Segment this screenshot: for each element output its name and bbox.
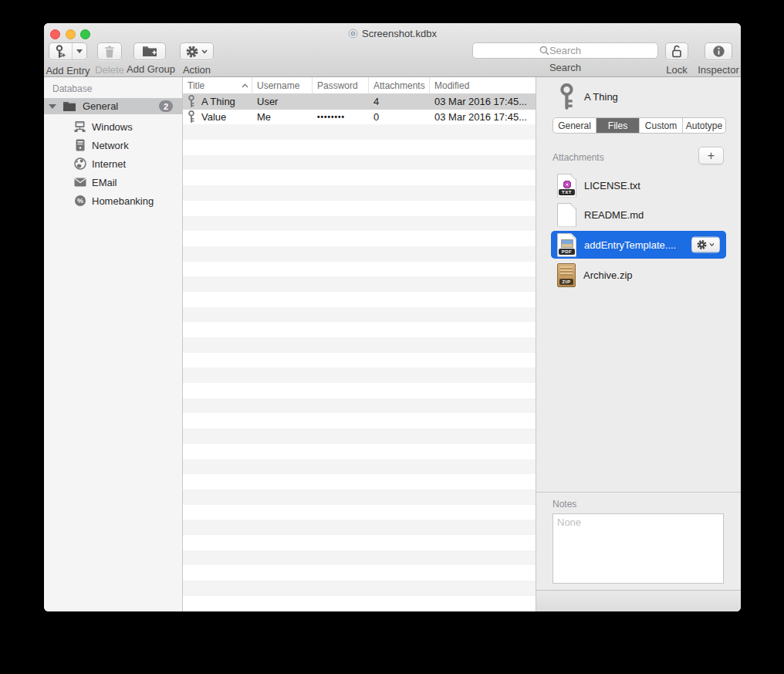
sidebar-item-homebanking[interactable]: % Homebanking — [44, 191, 182, 210]
attachment-row[interactable]: ZIP Archive.zip — [551, 260, 726, 290]
add-entry-button[interactable] — [49, 42, 87, 60]
table-row-empty[interactable] — [183, 474, 536, 489]
table-row-empty[interactable] — [183, 535, 536, 550]
table-row-empty[interactable] — [183, 367, 536, 383]
envelope-icon — [73, 178, 86, 187]
table-row-empty[interactable] — [183, 262, 536, 277]
notes-input[interactable] — [553, 513, 724, 584]
table-row-empty[interactable] — [183, 322, 536, 337]
delete-button[interactable] — [97, 42, 122, 60]
table-row-empty[interactable] — [183, 489, 536, 505]
action-label: Action — [178, 64, 215, 76]
table-row-empty[interactable] — [183, 140, 536, 155]
table-row-empty[interactable] — [183, 581, 536, 596]
tab-files[interactable]: Files — [596, 118, 640, 133]
sidebar-item-label: General — [83, 100, 118, 112]
window-body: Database General 2 — [44, 77, 741, 611]
column-header-attachments[interactable]: Attachments — [369, 77, 430, 93]
attachment-action-button[interactable] — [691, 237, 720, 253]
sidebar-item-windows[interactable]: Windows — [44, 117, 182, 136]
entry-attachments-count: 0 — [369, 111, 430, 123]
lock-label: Lock — [661, 64, 692, 76]
table-row-empty[interactable] — [183, 124, 536, 140]
sidebar-item-general[interactable]: General 2 — [44, 98, 182, 114]
table-row-empty[interactable] — [183, 276, 536, 292]
window-header: Screenshot.kdbx Ad — [44, 23, 741, 77]
window-title: Screenshot.kdbx — [362, 28, 437, 39]
table-row-empty[interactable] — [183, 596, 536, 611]
tab-custom[interactable]: Custom — [640, 118, 683, 133]
table-row-empty[interactable] — [183, 201, 536, 216]
action-button[interactable] — [180, 42, 214, 60]
table-row-empty[interactable] — [183, 550, 536, 566]
attachment-name: LICENSE.txt — [584, 180, 640, 191]
table-row-empty[interactable] — [183, 307, 536, 323]
document-proxy-icon — [348, 29, 358, 39]
table-row-empty[interactable] — [183, 246, 536, 262]
table-row-empty[interactable] — [183, 398, 536, 414]
add-attachment-button[interactable]: + — [698, 147, 724, 164]
attachment-row-selected[interactable]: PDF addEntryTemplate.... — [551, 231, 726, 259]
table-row-empty[interactable] — [183, 505, 536, 520]
table-row-empty[interactable] — [183, 337, 536, 353]
entry-username: User — [252, 96, 313, 107]
table-row-empty[interactable] — [183, 520, 536, 535]
table-row-empty[interactable] — [183, 444, 536, 459]
add-group-button[interactable] — [133, 42, 166, 60]
table-row-empty[interactable] — [183, 565, 536, 581]
table-row-empty[interactable] — [183, 413, 536, 428]
table-row-empty[interactable] — [183, 292, 536, 307]
pdf-file-icon: PDF — [557, 233, 576, 257]
key-plus-icon[interactable] — [49, 43, 73, 59]
zip-file-icon: ZIP — [557, 263, 576, 287]
table-row-empty[interactable] — [183, 383, 536, 398]
disclosure-triangle-icon[interactable] — [49, 104, 56, 109]
table-row-empty[interactable] — [183, 353, 536, 368]
attachments-header: Attachments — [553, 152, 604, 163]
tab-autotype[interactable]: Autotype — [683, 118, 725, 133]
windows-network-icon — [73, 120, 86, 133]
attachment-row[interactable]: TXT LICENSE.txt — [551, 171, 726, 200]
gear-icon — [697, 240, 707, 250]
inspector-button[interactable] — [705, 42, 732, 60]
sidebar-item-internet[interactable]: Internet — [44, 154, 182, 173]
toolbar-item-inspector: Inspector — [696, 42, 741, 76]
sidebar-item-network[interactable]: Network — [44, 136, 182, 154]
image-thumbnail — [561, 239, 573, 248]
chevron-down-icon — [201, 49, 208, 54]
table-row-empty[interactable] — [183, 231, 536, 246]
column-header-modified[interactable]: Modified — [430, 77, 536, 93]
table-row-empty[interactable] — [183, 170, 536, 185]
sidebar-item-email[interactable]: EMail — [44, 173, 182, 191]
inspector-entry-title: A Thing — [584, 91, 618, 103]
table-row-empty[interactable] — [183, 428, 536, 444]
table-row[interactable]: A Thing User 4 03 Mar 2016 17:45... — [183, 94, 536, 110]
table-row-empty[interactable] — [183, 459, 536, 475]
chevron-down-icon — [709, 243, 715, 247]
table-row-empty[interactable] — [183, 155, 536, 171]
svg-text:%: % — [76, 197, 83, 205]
column-header-username[interactable]: Username — [252, 77, 313, 93]
table-row-empty[interactable] — [183, 185, 536, 201]
table-row[interactable]: Value Me •••••••• 0 03 Mar 2016 17:45... — [183, 110, 536, 125]
toolbar-item-add-entry: Add Entry — [44, 42, 92, 76]
tab-general[interactable]: General — [553, 118, 596, 133]
entry-username: Me — [252, 111, 313, 123]
table-row-empty[interactable] — [183, 216, 536, 232]
toolbar-item-action: Action — [178, 42, 215, 76]
column-header-title[interactable]: Title — [183, 77, 252, 93]
column-header-password[interactable]: Password — [313, 77, 369, 93]
toolbar-item-add-group: Add Group — [127, 42, 173, 75]
sidebar: Database General 2 — [44, 77, 183, 611]
app-window: Screenshot.kdbx Ad — [44, 23, 741, 611]
entry-title: Value — [201, 111, 226, 123]
lock-button[interactable] — [665, 42, 688, 60]
key-icon-large — [557, 83, 578, 111]
search-input[interactable] — [472, 42, 658, 59]
add-entry-dropdown[interactable] — [73, 43, 86, 59]
attachment-name: Archive.zip — [583, 269, 633, 281]
attachment-row[interactable]: README.md — [551, 200, 726, 229]
key-icon — [188, 95, 196, 108]
divider — [536, 492, 741, 493]
entry-modified: 03 Mar 2016 17:45... — [430, 111, 536, 123]
